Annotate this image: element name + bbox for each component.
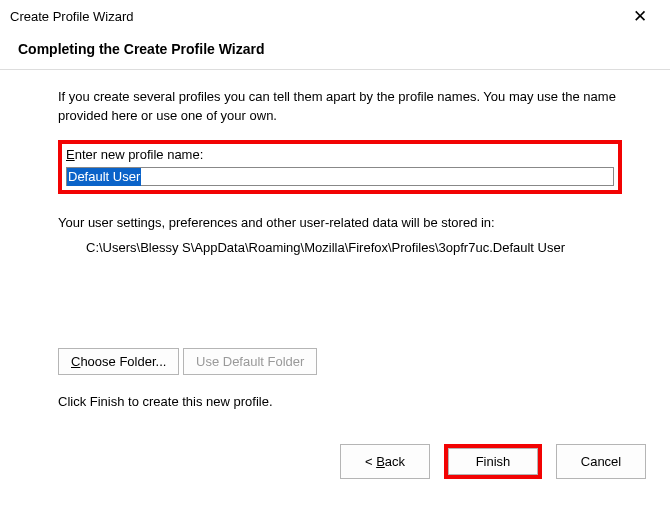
folder-buttons-row: Choose Folder... Use Default Folder — [58, 348, 622, 375]
back-button[interactable]: < Back — [340, 444, 430, 479]
choose-folder-accelerator: C — [71, 354, 80, 369]
content-area: If you create several profiles you can t… — [0, 70, 670, 412]
finish-button[interactable]: Finish — [448, 448, 538, 475]
choose-folder-button[interactable]: Choose Folder... — [58, 348, 179, 375]
storage-intro: Your user settings, preferences and othe… — [58, 214, 622, 233]
profile-label-text: nter new profile name: — [75, 147, 204, 162]
profile-name-label: Enter new profile name: — [66, 146, 614, 165]
profile-input-wrapper: Default User — [66, 167, 614, 187]
footer-buttons: < Back Finish Cancel — [0, 432, 670, 479]
back-prefix: < — [365, 454, 376, 469]
storage-path: C:\Users\Blessy S\AppData\Roaming\Mozill… — [58, 239, 622, 258]
back-accelerator: B — [376, 454, 385, 469]
profile-label-accelerator: E — [66, 147, 75, 162]
finish-instruction: Click Finish to create this new profile. — [58, 393, 622, 412]
back-rest: ack — [385, 454, 405, 469]
page-title: Completing the Create Profile Wizard — [0, 33, 670, 69]
intro-text: If you create several profiles you can t… — [58, 88, 622, 126]
use-default-folder-button: Use Default Folder — [183, 348, 317, 375]
choose-folder-text: hoose Folder... — [80, 354, 166, 369]
finish-highlight: Finish — [444, 444, 542, 479]
close-icon[interactable]: ✕ — [620, 6, 660, 27]
profile-name-section: Enter new profile name: Default User — [58, 140, 622, 195]
cancel-button[interactable]: Cancel — [556, 444, 646, 479]
window-title: Create Profile Wizard — [10, 9, 134, 24]
titlebar: Create Profile Wizard ✕ — [0, 0, 670, 33]
profile-name-input[interactable] — [66, 167, 614, 186]
